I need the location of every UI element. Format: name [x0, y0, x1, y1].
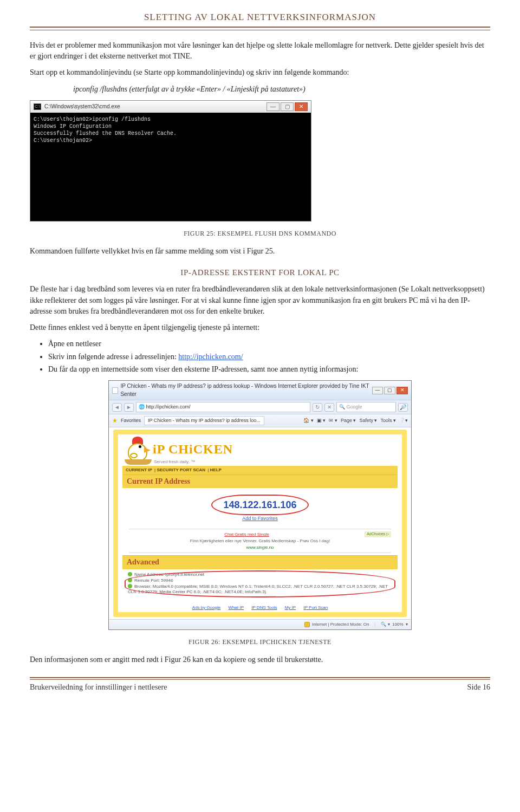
my-ip-link[interactable]: My IP [285, 605, 296, 610]
paragraph: Kommandoen fullførte vellykket hvis en f… [30, 246, 490, 257]
home-icon[interactable]: 🏠 ▾ [303, 417, 314, 424]
refresh-button[interactable]: ↻ [313, 403, 322, 412]
address-bar-row: ◄ ► 🌐 http://ipchicken.com/ ↻ ✕ 🔍 Google… [109, 400, 411, 414]
figure-caption: FIGUR 26: EKSEMPEL IPCHICKEN TJENESTE [30, 638, 490, 647]
forward-button[interactable]: ► [124, 403, 134, 412]
favorites-label[interactable]: Favorites [121, 417, 141, 424]
footer-rule [30, 677, 490, 678]
paragraph: De fleste har i dag bredbånd som leveres… [30, 284, 490, 317]
command-text: ipconfig /flushdns (etterfulgt av å tryk… [73, 84, 490, 95]
ipchicken-page: iP CHiCKEN Served fresh daily. ™ CURRENT… [113, 430, 407, 617]
paragraph: Start opp et kommandolinjevindu (se Star… [30, 67, 490, 78]
footer-left: Brukerveiledning for innstillinger i net… [30, 682, 167, 693]
tools-menu[interactable]: Tools ▾ [380, 417, 396, 424]
paragraph: Dette finnes enklest ved å benytte en åp… [30, 322, 490, 333]
rss-icon[interactable]: ▣ ▾ [317, 417, 326, 424]
ipchicken-header: iP CHiCKEN Served fresh daily. ™ [118, 434, 402, 466]
ip-dns-tools-link[interactable]: IP DNS Tools [251, 605, 277, 610]
ipchicken-footer-links: Ads by Google What IP IP DNS Tools My IP… [118, 603, 402, 613]
address-input[interactable]: 🌐 http://ipchicken.com/ [136, 402, 310, 412]
browser-tab[interactable]: IP Chicken - Whats my IP address? ip add… [144, 416, 264, 425]
zoom-value: 100% [392, 622, 403, 627]
bullet-list: Åpne en nettleser Skriv inn følgende adr… [48, 339, 490, 375]
remote-port: Remote Port: 59946 [134, 578, 173, 583]
ip-port-scan-link[interactable]: IP Port Scan [303, 605, 328, 610]
browser-toolbar: ★ Favorites IP Chicken - Whats my IP add… [109, 414, 411, 427]
browser-title: IP Chicken - Whats my IP address? ip add… [120, 382, 370, 398]
current-ip-heading: Current IP Address [122, 475, 398, 488]
mail-icon[interactable]: ✉ ▾ [329, 417, 337, 424]
cmd-body: C:\Users\thojan02>ipconfig /flushdns Win… [30, 113, 311, 221]
nav-port-scan[interactable]: SECURITY PORT SCAN [157, 467, 205, 472]
ipchicken-logo: iP CHiCKEN Served fresh daily. ™ [153, 440, 398, 465]
browser-string: Browser: Mozilla/4.0 (compatible; MSIE 8… [128, 584, 388, 594]
header-rule [30, 30, 490, 30]
ad-title[interactable]: Chat Gratis med Single [224, 532, 269, 537]
figure-caption: FIGUR 25: EKSEMPEL FLUSH DNS KOMMANDO [30, 229, 490, 238]
cmd-icon: C:\ [34, 103, 41, 110]
page-footer: Brukerveiledning for innstillinger i net… [30, 680, 490, 693]
ipchicken-link[interactable]: http://ipchicken.com/ [178, 353, 243, 361]
adchoices-chip[interactable]: AdChoices ▷ [365, 531, 391, 537]
bullet-icon [128, 578, 132, 582]
ad-block: AdChoices ▷ Chat Gratis med Single Finn … [129, 529, 391, 553]
address-url: http://ipchicken.com/ [146, 404, 191, 410]
cmd-titlebar: C:\ C:\Windows\system32\cmd.exe — ▢ ✕ [30, 101, 311, 113]
paragraph: Den informasjonen som er angitt med rødt… [30, 654, 490, 665]
ad-url[interactable]: www.single.no [246, 545, 274, 550]
help-icon[interactable]: ❔▾ [399, 417, 408, 424]
cmd-title: C:\Windows\system32\cmd.exe [44, 103, 120, 110]
add-to-favorites-link[interactable]: Add to Favorites [242, 516, 278, 521]
ip-highlight-ellipse: 148.122.161.106 [211, 495, 308, 515]
close-button[interactable]: ✕ [295, 102, 308, 111]
minimize-button[interactable]: — [372, 387, 384, 394]
browser-window: IP Chicken - Whats my IP address? ip add… [108, 380, 412, 629]
zoom-dropdown[interactable]: 🔍 ▾ 100% ▾ [381, 621, 408, 628]
list-item: Du får da opp en internettside som viser… [48, 364, 490, 375]
tagline: Served fresh daily. ™ [154, 459, 398, 465]
ads-by-google-link[interactable]: Ads by Google [192, 605, 220, 610]
ip-address: 148.122.161.106 [223, 498, 296, 512]
cmd-window: C:\ C:\Windows\system32\cmd.exe — ▢ ✕ C:… [30, 100, 311, 222]
paragraph: Hvis det er problemer med kommunikasjon … [30, 40, 490, 62]
browser-statusbar: Internet | Protected Mode: On | 🔍 ▾ 100%… [109, 619, 411, 629]
status-text: Internet | Protected Mode: On [312, 621, 369, 628]
search-input[interactable]: 🔍 Google [336, 402, 396, 412]
list-item: Åpne en nettleser [48, 339, 490, 349]
section-title: IP-ADRESSE EKSTERNT FOR LOKAL PC [30, 267, 490, 279]
ad-text: Finn Kjærligheten eller nye Venner. Grat… [190, 538, 330, 543]
search-button[interactable]: 🔎 [398, 403, 408, 412]
favicon-icon [112, 387, 118, 394]
nav-help[interactable]: HELP [210, 467, 222, 472]
list-item: Skriv inn følgende adresse i adresselinj… [48, 352, 490, 362]
logo-text: iP CHiCKEN [153, 440, 398, 459]
minimize-button[interactable]: — [266, 102, 280, 111]
stop-button[interactable]: ✕ [324, 403, 334, 412]
maximize-button[interactable]: ▢ [384, 387, 395, 394]
what-ip-link[interactable]: What IP [229, 605, 244, 610]
browser-viewport: iP CHiCKEN Served fresh daily. ™ CURRENT… [109, 427, 411, 619]
search-placeholder: Google [347, 404, 362, 410]
footer-right: Side 16 [467, 682, 490, 693]
maximize-button[interactable]: ▢ [281, 102, 294, 111]
page-menu[interactable]: Page ▾ [341, 417, 356, 424]
shield-icon [304, 622, 310, 627]
page-section-title: SLETTING AV LOKAL NETTVERKSINFORMASJON [30, 11, 490, 28]
advanced-block: Name Address: tproxy4.ti.telenor.net Rem… [122, 569, 398, 600]
safety-menu[interactable]: Safety ▾ [359, 417, 377, 424]
back-button[interactable]: ◄ [112, 403, 122, 412]
ip-box: 148.122.161.106 Add to Favorites [129, 491, 391, 525]
bullet-icon [128, 584, 132, 588]
ipchicken-nav: CURRENT IP | SECURITY PORT SCAN | HELP [122, 466, 398, 475]
name-address: Name Address: tproxy4.ti.telenor.net [134, 572, 204, 577]
advanced-heading: Advanced [122, 555, 398, 569]
browser-titlebar: IP Chicken - Whats my IP address? ip add… [109, 381, 411, 400]
bullet-icon [128, 572, 132, 576]
favorites-star-icon[interactable]: ★ [112, 417, 118, 425]
chicken-logo-icon [122, 437, 153, 465]
list-item-text: Skriv inn følgende adresse i adresselinj… [48, 353, 178, 361]
nav-current-ip[interactable]: CURRENT IP [126, 467, 152, 472]
close-button[interactable]: ✕ [396, 387, 408, 394]
